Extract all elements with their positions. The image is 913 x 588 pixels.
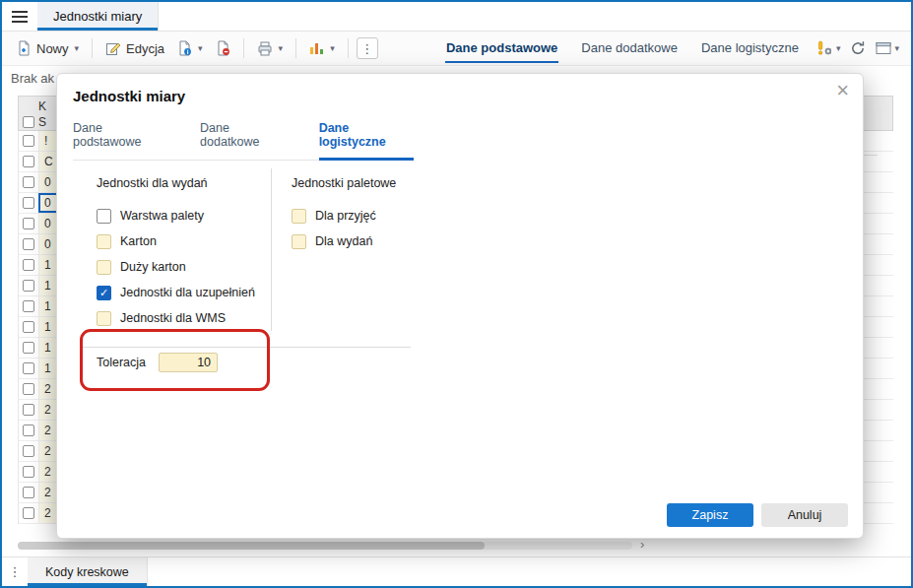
cancel-button[interactable]: Anuluj xyxy=(761,503,848,527)
kebab-icon: ⋮ xyxy=(9,564,22,579)
row-checkbox-cell xyxy=(19,193,38,213)
document-info-button[interactable]: ▾ xyxy=(172,36,208,60)
checkbox-dla-przyjęć[interactable] xyxy=(292,209,306,224)
view-tab-dane-dodatkowe[interactable]: Dane dodatkowe xyxy=(580,33,679,63)
row-checkbox-cell xyxy=(19,359,38,378)
row-checkbox[interactable] xyxy=(23,300,34,312)
row-checkbox[interactable] xyxy=(23,466,34,478)
chevron-down-icon[interactable]: ▾ xyxy=(198,44,203,53)
row-checkbox-cell xyxy=(19,503,38,523)
row-checkbox-cell xyxy=(19,172,38,192)
kebab-icon: ⋮ xyxy=(360,41,373,56)
group-title: Jednostki dla wydań xyxy=(97,176,271,190)
dialog-tab-dane-logistyczne[interactable]: Dane logistyczne xyxy=(319,115,414,161)
row-checkbox-cell xyxy=(19,234,38,254)
chevron-down-icon[interactable]: ▾ xyxy=(894,44,899,53)
row-checkbox[interactable] xyxy=(23,507,34,519)
layout-panel-button[interactable]: ▾ xyxy=(876,41,899,55)
row-checkbox-cell xyxy=(19,338,38,358)
chart-button[interactable]: ▾ xyxy=(304,37,340,59)
main-view-tabs: Dane podstawoweDane dodatkoweDane logist… xyxy=(445,33,800,63)
chevron-down-icon[interactable]: ▾ xyxy=(75,44,80,53)
save-button[interactable]: Zapisz xyxy=(667,503,753,527)
document-tab-jednostki-miary[interactable]: Jednostki miary xyxy=(37,2,159,31)
chevron-down-icon[interactable]: ▾ xyxy=(330,44,335,53)
bottom-tab-bar: ⋮ Kody kreskowe xyxy=(2,556,911,586)
layout-panel-icon xyxy=(876,41,891,55)
checkbox-duży-karton[interactable] xyxy=(97,260,111,275)
grid-header-line1: K xyxy=(38,99,46,113)
dialog-tab-dane-dodatkowe[interactable]: Dane dodatkowe xyxy=(200,115,288,161)
row-checkbox-cell xyxy=(19,483,38,502)
alerts-settings-button[interactable]: ▾ xyxy=(815,40,841,57)
checkbox-jednostki-dla-uzupełnień[interactable]: ✓ xyxy=(97,286,111,300)
row-checkbox[interactable] xyxy=(23,218,34,229)
row-checkbox[interactable] xyxy=(23,197,34,209)
new-document-icon xyxy=(17,40,32,56)
row-checkbox[interactable] xyxy=(23,135,34,147)
checkbox-item-dla-przyjęć[interactable]: Dla przyjęć xyxy=(292,203,411,229)
checkbox-item-jednostki-dla-wms[interactable]: Jednostki dla WMS xyxy=(97,305,271,331)
printer-icon xyxy=(257,41,273,56)
warning-gear-icon xyxy=(815,40,833,57)
horizontal-scrollbar[interactable] xyxy=(18,542,632,550)
toolbar-right: Dane podstawoweDane dodatkoweDane logist… xyxy=(445,33,901,63)
row-checkbox[interactable] xyxy=(23,342,34,354)
bottom-tab-kody-kreskowe[interactable]: Kody kreskowe xyxy=(28,557,148,586)
more-options-button[interactable]: ⋮ xyxy=(357,37,378,59)
tolerance-label: Toleracja xyxy=(97,356,146,369)
row-checkbox[interactable] xyxy=(23,445,34,457)
print-button[interactable]: ▾ xyxy=(252,37,289,60)
delete-document-button[interactable] xyxy=(211,36,235,60)
tolerance-input[interactable] xyxy=(159,353,218,372)
checkbox-karton[interactable] xyxy=(97,234,111,249)
row-checkbox[interactable] xyxy=(23,404,34,416)
checkbox-warstwa-palety[interactable] xyxy=(97,209,111,224)
row-checkbox[interactable] xyxy=(23,238,34,250)
checkbox-item-karton[interactable]: Karton xyxy=(97,229,271,254)
row-checkbox-cell xyxy=(19,421,38,440)
view-tab-dane-podstawowe[interactable]: Dane podstawowe xyxy=(445,33,558,63)
refresh-button[interactable] xyxy=(850,40,866,56)
chevron-down-icon[interactable]: ▾ xyxy=(836,44,841,53)
row-checkbox-cell xyxy=(19,400,38,420)
chevron-down-icon[interactable]: ▾ xyxy=(279,44,284,53)
close-icon[interactable]: × xyxy=(836,80,849,101)
checkbox-label: Duży karton xyxy=(120,260,186,274)
select-all-checkbox[interactable] xyxy=(23,116,34,128)
row-checkbox-cell xyxy=(19,276,38,295)
dialog-tab-dane-podstawowe[interactable]: Dane podstawowe xyxy=(73,115,168,161)
checkbox-item-dla-wydań[interactable]: Dla wydań xyxy=(292,229,411,254)
row-checkbox[interactable] xyxy=(23,362,34,374)
row-checkbox[interactable] xyxy=(23,156,34,167)
view-tab-dane-logistyczne[interactable]: Dane logistyczne xyxy=(700,33,800,63)
hamburger-menu-icon[interactable] xyxy=(2,2,37,31)
row-checkbox[interactable] xyxy=(23,425,34,436)
checkbox-item-jednostki-dla-uzupełnień[interactable]: ✓Jednostki dla uzupełnień xyxy=(97,280,271,305)
dialog-title: Jednostki miary xyxy=(73,88,185,104)
checkbox-dla-wydań[interactable] xyxy=(292,234,306,249)
row-checkbox-cell xyxy=(19,152,38,171)
edit-button-label: Edycja xyxy=(126,41,164,56)
checkbox-jednostki-dla-wms[interactable] xyxy=(97,311,111,326)
checkbox-item-warstwa-palety[interactable]: Warstwa palety xyxy=(97,203,271,229)
horizontal-scrollbar-thumb[interactable] xyxy=(18,542,485,550)
checkbox-label: Warstwa palety xyxy=(120,209,204,223)
bottom-kebab-button[interactable]: ⋮ xyxy=(2,557,28,586)
checkbox-label: Karton xyxy=(120,234,157,248)
row-checkbox[interactable] xyxy=(23,383,34,395)
row-checkbox[interactable] xyxy=(23,280,34,292)
jednostki-miary-dialog: Jednostki miary × Dane podstawoweDane do… xyxy=(56,73,864,539)
row-checkbox[interactable] xyxy=(23,259,34,271)
row-checkbox[interactable] xyxy=(23,176,34,188)
row-checkbox[interactable] xyxy=(23,487,34,498)
row-checkbox[interactable] xyxy=(23,321,34,333)
document-tab-label: Jednostki miary xyxy=(53,9,142,24)
scroll-right-icon[interactable]: › xyxy=(640,537,644,552)
toolbar-separator xyxy=(243,38,244,58)
row-checkbox-cell xyxy=(19,296,38,316)
new-button-label: Nowy xyxy=(36,41,69,56)
edit-button[interactable]: Edycja xyxy=(100,36,169,60)
checkbox-item-duży-karton[interactable]: Duży karton xyxy=(97,254,271,280)
new-button[interactable]: Nowy ▾ xyxy=(12,36,84,60)
